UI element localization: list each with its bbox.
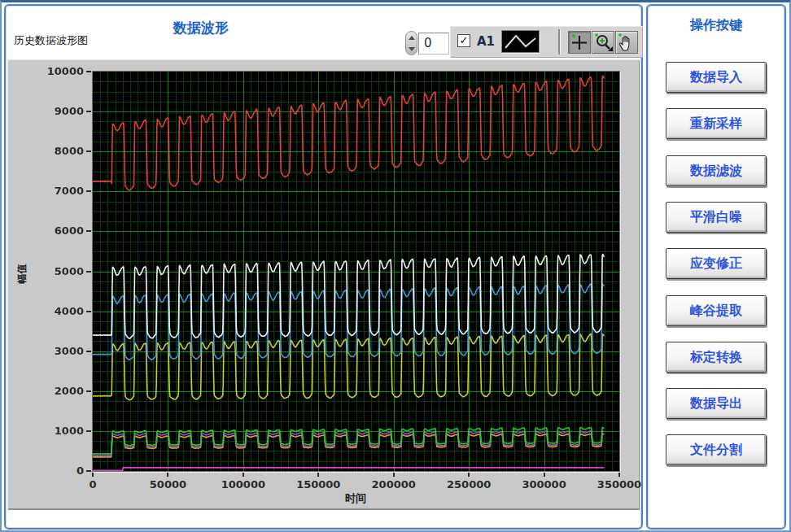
- action-panel-title: 操作按键: [648, 17, 784, 34]
- graph-toolbar: ✓ A1: [450, 26, 643, 58]
- waveform-chart: 幅值 0100020003000400050006000700080009000…: [7, 59, 640, 510]
- action-button-3[interactable]: 数据滤波: [666, 155, 767, 186]
- spinner-up-icon[interactable]: [409, 36, 415, 40]
- plot-index-input[interactable]: 0: [418, 33, 449, 55]
- y-tick-label: 5000: [12, 265, 84, 277]
- y-tick-label: 10000: [12, 65, 84, 77]
- y-tick-mark: [86, 150, 91, 152]
- y-tick-label: 6000: [12, 225, 84, 237]
- y-tick-label: 9000: [12, 105, 84, 117]
- x-tick-mark: [92, 473, 94, 477]
- x-tick-label: 250000: [432, 478, 505, 491]
- plot-area[interactable]: [93, 72, 619, 471]
- y-tick-label: 1000: [12, 425, 84, 437]
- x-tick-label: 0: [56, 478, 129, 491]
- y-tick-label: 2000: [12, 385, 84, 397]
- x-tick-mark: [618, 473, 620, 477]
- y-tick-mark: [86, 111, 91, 112]
- y-tick-mark: [86, 311, 91, 312]
- x-tick-mark: [167, 473, 168, 477]
- x-tick-mark: [317, 473, 319, 477]
- action-button-7[interactable]: 标定转换: [666, 342, 767, 373]
- y-tick-label: 7000: [12, 185, 84, 197]
- y-tick-label: 0: [12, 464, 84, 477]
- x-tick-label: 350000: [583, 478, 656, 491]
- chart-caption-label: 历史数据波形图: [14, 33, 88, 48]
- waveform-line-icon: [502, 31, 539, 52]
- hand-icon: [616, 32, 637, 53]
- y-tick-mark: [86, 351, 91, 352]
- y-tick-mark: [86, 390, 91, 392]
- x-tick-mark: [243, 473, 244, 477]
- action-panel: 操作按键 数据导入重新采样数据滤波平滑白噪应变修正峰谷提取标定转换数据导出文件分…: [646, 4, 786, 530]
- x-axis-label: 时间: [274, 491, 437, 506]
- action-button-6[interactable]: 峰谷提取: [666, 295, 767, 326]
- y-tick-mark: [86, 271, 91, 273]
- action-button-4[interactable]: 平滑白噪: [666, 202, 767, 233]
- x-tick-mark: [544, 473, 545, 477]
- x-tick-label: 200000: [357, 478, 430, 491]
- plot-legend-button[interactable]: [501, 30, 540, 53]
- x-tick-label: 300000: [508, 478, 581, 491]
- zoom-tool-button[interactable]: [592, 31, 614, 54]
- y-tick-mark: [86, 470, 91, 472]
- y-tick-label: 8000: [12, 145, 84, 157]
- x-tick-label: 150000: [282, 478, 355, 491]
- cursor-move-tool-button[interactable]: [568, 31, 591, 54]
- y-tick-mark: [86, 430, 91, 432]
- app-window: 数据波形 历史数据波形图 0 ✓ A1: [0, 0, 791, 532]
- x-tick-label: 50000: [131, 478, 204, 491]
- action-button-9[interactable]: 文件分割: [666, 434, 767, 465]
- channel-checkbox[interactable]: ✓: [457, 34, 470, 47]
- y-tick-mark: [86, 71, 91, 72]
- x-tick-label: 100000: [207, 478, 280, 491]
- plot-index-spinner[interactable]: [405, 31, 417, 55]
- action-button-1[interactable]: 数据导入: [666, 62, 767, 93]
- magnifier-icon: [592, 32, 614, 53]
- pan-tool-button[interactable]: [615, 31, 638, 54]
- channel-label: A1: [477, 34, 495, 49]
- toolbar-divider: [558, 29, 560, 55]
- action-button-5[interactable]: 应变修正: [666, 248, 767, 279]
- action-button-2[interactable]: 重新采样: [666, 108, 767, 139]
- action-button-8[interactable]: 数据导出: [666, 388, 767, 419]
- y-tick-label: 4000: [12, 305, 84, 317]
- y-tick-mark: [86, 190, 91, 192]
- crosshair-icon: [569, 32, 590, 53]
- x-tick-mark: [393, 473, 395, 477]
- x-tick-mark: [468, 473, 470, 477]
- plot-frame: [92, 71, 620, 472]
- y-tick-mark: [86, 230, 91, 232]
- y-tick-label: 3000: [12, 345, 84, 357]
- spinner-down-icon[interactable]: [409, 47, 415, 51]
- waveform-panel: 数据波形 历史数据波形图 0 ✓ A1: [4, 4, 643, 530]
